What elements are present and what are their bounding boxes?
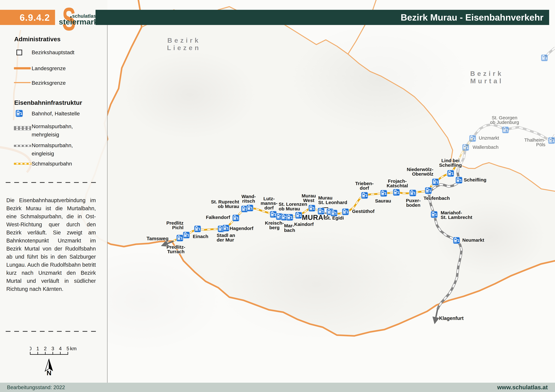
station-icon-mariahof-st-lambrecht: 1 — [431, 211, 438, 218]
north-arrow: N — [41, 357, 57, 376]
svg-text:1: 1 — [429, 189, 431, 193]
bahnhof-icon: 1 — [15, 110, 23, 117]
svg-text:1: 1 — [346, 210, 348, 214]
title-bar: Bezirk Murau - Eisenbahnverkehr — [95, 10, 549, 25]
station-label-puxerboden: Puxer-boden — [406, 198, 421, 207]
station-icon-teufenbach: 1 — [425, 187, 432, 194]
mehrgleisig-line1: Normalspurbahn, — [32, 122, 73, 130]
mehrgleisig-line2: mehrgleisig — [32, 130, 73, 139]
svg-text:2: 2 — [44, 346, 47, 351]
bezirkshauptstadt-symbol — [16, 50, 22, 55]
station-icon-einach: 1 — [194, 225, 201, 232]
station-label-neumarkt: Neumarkt — [462, 238, 484, 242]
svg-text:1: 1 — [545, 56, 548, 60]
svg-text:1: 1 — [299, 214, 302, 218]
sidebar-divider — [107, 25, 108, 383]
station-label-teufenbach: Teufenbach — [424, 196, 450, 200]
station-icon-northeast-edge: 1 — [541, 54, 548, 61]
station-icon-gestuethof: 1 — [342, 208, 349, 215]
station-icon-marbach: 1 — [286, 214, 293, 221]
legend-bahnhof-label: Bahnhof, Haltestelle — [32, 110, 80, 116]
svg-text:1: 1 — [20, 112, 22, 116]
station-icon-scheifling: 1 — [455, 177, 462, 184]
schmalspurbahn-symbol — [14, 163, 31, 165]
svg-text:1: 1 — [313, 207, 315, 210]
direction-label-klagenfurt: Klagenfurt — [439, 315, 464, 321]
svg-text:1: 1 — [457, 239, 460, 243]
legend-rail-heading: Eisenbahninfrastruktur — [14, 99, 82, 106]
normalspur-mehrgleisig-symbol — [14, 126, 31, 128]
station-icon-hagendorf: 1 — [222, 225, 229, 232]
svg-text:1: 1 — [506, 128, 509, 132]
station-icon-thalheim-poels: 1 — [548, 137, 555, 144]
svg-text:1: 1 — [250, 207, 253, 210]
eingleisig-line2: eingleisig — [32, 149, 73, 157]
station-label-st-lorenzen-ob-murau: St. Lorenzenob Murau — [279, 202, 307, 211]
station-label-mariahof-st-lambrecht: Mariahof-St. Lambrecht — [441, 210, 472, 220]
station-icon-wandritsch: 1 — [246, 205, 253, 212]
station-label-wallersbach: Wallersbach — [473, 145, 498, 149]
svg-text:1: 1 — [36, 346, 39, 351]
svg-text:0: 0 — [30, 346, 32, 351]
station-icon-niederwoelz-oberwoelz: 1 — [432, 178, 439, 185]
landesgrenze-symbol — [14, 67, 31, 69]
station-label-murau-west: MurauWest — [302, 193, 316, 203]
station-label-predlitz-pichl: PredlitzPichl — [166, 221, 183, 230]
legend-eingleisig-label: Normalspurbahn, eingleisig — [32, 141, 73, 157]
station-label-thalheim-poels: Thalheim-Pöls — [524, 138, 545, 147]
svg-text:4: 4 — [59, 346, 62, 351]
atlas-page: 1 PredlitzPichl 1 Predlitz-Turrach 1 Ein… — [0, 0, 555, 392]
station-icon-predlitz-pichl: 1 — [183, 232, 190, 239]
svg-text:1: 1 — [198, 227, 201, 231]
station-icon-kaindorf: 1 — [295, 212, 302, 219]
schulatlas-logo-bottom: steiermark — [59, 17, 98, 26]
station-icon-wallersbach: 1 — [462, 144, 469, 151]
svg-text:3: 3 — [51, 346, 54, 351]
edit-status: Bearbeitungsstand: 2022 — [7, 383, 65, 392]
svg-text:1: 1 — [187, 234, 189, 237]
station-label-gestuethof: Gestüthof — [352, 209, 374, 214]
svg-text:5: 5 — [66, 346, 69, 351]
station-label-saurau: Saurau — [375, 199, 391, 203]
legend-schmalspurbahn-label: Schmalspurbahn — [32, 161, 72, 167]
divider-top — [6, 182, 99, 183]
legend-bezirksgrenze-label: Bezirksgrenze — [32, 80, 66, 86]
website-link: www.schulatlas.at — [497, 383, 548, 392]
station-label-niederwoelz-oberwoelz: Niederwölz-Oberwölz — [407, 167, 433, 176]
station-label-wandritsch: Wand-ritsch — [241, 194, 256, 203]
station-label-st-georgen-ob-judenburg: St. Georgenob Judenburg — [490, 115, 519, 125]
svg-text:1: 1 — [466, 146, 469, 150]
svg-text:1: 1 — [290, 216, 293, 220]
station-icon-st-georgen-ob-judenburg: 1 — [502, 127, 509, 133]
eingleisig-line1: Normalspurbahn, — [32, 141, 73, 149]
station-icon-triebendorf: 1 — [361, 192, 368, 199]
description-text: Die Eisenbahnhauptverbindung im Bezirk M… — [6, 196, 96, 293]
station-label-falkendorf: Falkendorf — [206, 215, 230, 220]
station-label-triebendorf: Trieben-dorf — [355, 181, 374, 190]
svg-text:1: 1 — [335, 212, 337, 215]
svg-text:1: 1 — [322, 210, 324, 213]
region-label-bezirk-liezen: BezirkLiezen — [167, 37, 201, 51]
station-label-predlitz-turrach: Predlitz-Turrach — [167, 245, 185, 254]
svg-text:1: 1 — [451, 172, 454, 176]
station-label-murau: MURAU — [302, 214, 329, 221]
station-label-st-ruprecht-ob-murau: St. Ruprechtob Murau — [211, 200, 239, 209]
footer-bar: Bearbeitungsstand: 2022 www.schulatlas.a… — [0, 383, 555, 392]
legend-mehrgleisig-label: Normalspurbahn, mehrgleisig — [32, 122, 73, 139]
normalspur-mehrgleisig-symbol2 — [14, 128, 31, 130]
station-label-marbach: Mar-bach — [284, 223, 295, 233]
svg-text:1: 1 — [460, 179, 462, 182]
svg-text:1: 1 — [181, 236, 183, 240]
station-icon-unzmarkt: 1 — [469, 135, 476, 142]
station-label-hagendorf: Hagendorf — [230, 226, 253, 231]
scale-bar: 012345km — [30, 346, 80, 356]
station-icon-falkendorf: 1 — [232, 214, 239, 221]
station-icon-puxerboden: 1 — [409, 190, 416, 196]
station-label-unzmarkt: Unzmarkt — [479, 136, 499, 140]
divider-bottom — [6, 331, 99, 332]
svg-text:1: 1 — [226, 227, 229, 230]
station-label-murau-st-leonhard: MurauSt. Leonhard — [318, 196, 347, 205]
direction-label-tamsweg: Tamsweg — [147, 236, 169, 242]
station-label-frojach-katschtal: Frojach-Katschtal — [387, 179, 408, 188]
page-title: Bezirk Murau - Eisenbahnverkehr — [401, 12, 543, 23]
